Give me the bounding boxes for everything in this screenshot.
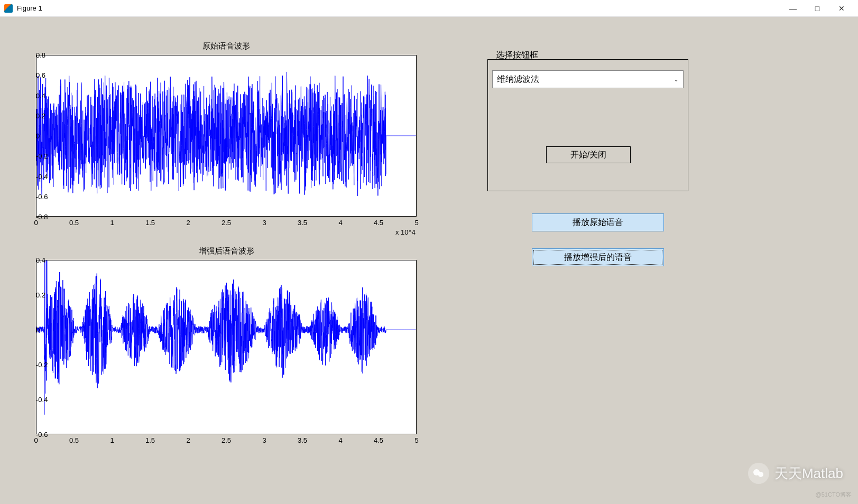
x-tick-label: 4.5 — [374, 217, 383, 227]
x-tick-label: 4 — [338, 217, 342, 227]
window-title: Figure 1 — [17, 4, 781, 12]
x-tick-label: 1 — [110, 217, 114, 227]
y-tick-label: 0 — [36, 132, 39, 140]
x-tick-label: 5 — [414, 434, 418, 444]
toggle-button-label: 开始/关闭 — [570, 150, 606, 161]
x-tick-label: 2.5 — [222, 217, 231, 227]
method-dropdown[interactable]: 维纳滤波法 ⌄ — [492, 70, 684, 88]
dropdown-selected-label: 维纳滤波法 — [497, 74, 674, 85]
x-tick-label: 3 — [262, 217, 266, 227]
x-tick-label: 4 — [338, 434, 342, 444]
y-tick-label: 0 — [36, 326, 39, 334]
y-tick-label: -0.6 — [36, 192, 39, 200]
play-enhanced-label: 播放增强后的语音 — [564, 252, 632, 263]
y-tick-label: 0.8 — [36, 51, 39, 59]
y-tick-label: -0.4 — [36, 172, 39, 180]
toggle-button[interactable]: 开始/关闭 — [546, 146, 631, 163]
close-button[interactable]: ✕ — [829, 0, 854, 17]
wechat-icon — [748, 463, 769, 484]
x-tick-label: 2 — [186, 434, 190, 444]
x-tick-label: 0 — [34, 434, 38, 444]
waveform-original — [36, 55, 416, 216]
y-tick-label: -0.4 — [36, 396, 39, 404]
x-tick-label: 5 — [414, 217, 418, 227]
y-tick-label: 0.4 — [36, 256, 39, 264]
chevron-down-icon: ⌄ — [674, 76, 679, 83]
x-tick-label: 1.5 — [145, 434, 155, 444]
play-enhanced-button[interactable]: 播放增强后的语音 — [532, 248, 664, 266]
x-tick-label: 4.5 — [374, 434, 383, 444]
matlab-figure-icon — [4, 4, 13, 13]
maximize-button[interactable]: □ — [805, 0, 829, 17]
axes-original-waveform — [36, 55, 417, 217]
x-tick-label: 1.5 — [145, 217, 155, 227]
y-tick-label: 0.4 — [36, 91, 39, 99]
x-tick-label: 0 — [34, 217, 38, 227]
watermark-text: 天天Matlab — [774, 464, 843, 483]
watermark-corner: @51CTO博客 — [816, 491, 852, 499]
y-tick-label: 0.2 — [36, 291, 39, 299]
svg-point-1 — [758, 472, 763, 477]
window-controls: — □ ✕ — [781, 0, 854, 17]
titlebar: Figure 1 — □ ✕ — [0, 0, 858, 17]
x-tick-label: 0.5 — [69, 434, 79, 444]
y-tick-label: -0.2 — [36, 361, 39, 369]
waveform-enhanced — [36, 260, 416, 434]
axes2-title: 增强后语音波形 — [192, 245, 261, 257]
play-original-label: 播放原始语音 — [573, 217, 623, 228]
x-tick-label: 0.5 — [69, 217, 79, 227]
figure-canvas: 原始语音波形 x 10^4 增强后语音波形 选择按钮框 维纳滤波法 ⌄ 开始/关… — [0, 17, 858, 504]
x-tick-label: 2 — [186, 217, 190, 227]
control-panel: 维纳滤波法 ⌄ 开始/关闭 — [487, 59, 688, 191]
play-original-button[interactable]: 播放原始语音 — [532, 213, 664, 231]
watermark-logo: 天天Matlab — [748, 463, 843, 484]
x-tick-label: 1 — [110, 434, 114, 444]
axes1-title: 原始语音波形 — [196, 40, 256, 52]
y-tick-label: 0.6 — [36, 71, 39, 79]
x-tick-label: 3.5 — [298, 434, 307, 444]
x-tick-label: 3.5 — [298, 217, 307, 227]
y-tick-label: 0.2 — [36, 111, 39, 119]
minimize-button[interactable]: — — [781, 0, 805, 17]
x-tick-label: 2.5 — [222, 434, 231, 444]
y-tick-label: -0.2 — [36, 152, 39, 160]
axes-enhanced-waveform — [36, 260, 417, 434]
x-tick-label: 3 — [262, 434, 266, 444]
